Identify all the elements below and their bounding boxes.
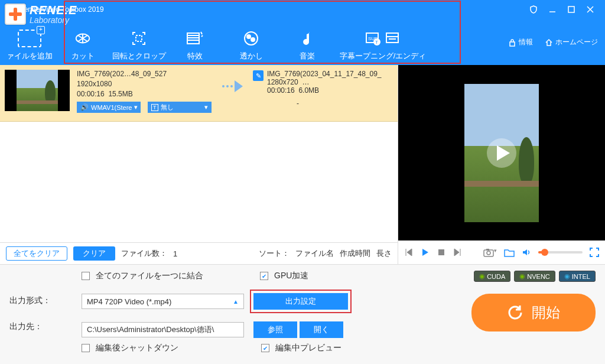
shield-icon[interactable]: [529, 5, 538, 14]
homepage-link[interactable]: ホームページ: [545, 37, 598, 47]
titlebar: Renee Video Toolbox 2019: [0, 0, 605, 19]
merge-label: 全てのファイルを一つに結合: [96, 271, 203, 281]
audio-selector[interactable]: 🔊WMAV1(Stere▾: [77, 102, 141, 113]
prev-button[interactable]: [404, 248, 414, 257]
toolbar: RENE.E Laboratory ァイルを追加 カット 回転とクロップ 特效: [0, 19, 605, 65]
maximize-icon[interactable]: [567, 5, 575, 14]
source-duration: 00:00:16: [77, 90, 105, 98]
next-button[interactable]: [453, 248, 462, 257]
tool-cut[interactable]: カット: [59, 30, 106, 61]
file-list: IMG_7769(202…48_09_527 1920x1080 00:00:1…: [0, 65, 398, 242]
output-format-select[interactable]: MP4 720P Video (*.mp4): [82, 294, 244, 309]
dest-duration: 00:00:16: [267, 86, 295, 95]
fullscreen-button[interactable]: [590, 248, 599, 257]
gpu-label: GPU加速: [274, 271, 308, 281]
minimize-icon[interactable]: [548, 5, 557, 14]
preview-pane: [398, 65, 605, 240]
preview-controls: ▾: [398, 240, 605, 264]
info-link[interactable]: 情報: [508, 37, 533, 47]
svg-point-18: [487, 251, 490, 255]
svg-point-7: [251, 38, 255, 41]
svg-rect-12: [386, 33, 398, 43]
preview-edit-label: 編集中プレビュー: [275, 343, 341, 353]
output-format-label: 出力形式：: [9, 295, 69, 306]
sort-filename[interactable]: ファイル名: [295, 248, 334, 259]
arrow-icon: [212, 70, 253, 92]
stop-button[interactable]: [437, 248, 445, 256]
file-count-value: 1: [173, 249, 177, 258]
subtitle-selector[interactable]: T無し▾: [148, 102, 212, 113]
volume-slider[interactable]: [538, 251, 583, 254]
source-thumbnail: [5, 70, 70, 111]
sort-created[interactable]: 作成時間: [340, 248, 370, 259]
svg-rect-15: [510, 42, 515, 46]
svg-rect-19: [486, 249, 489, 251]
output-dest-field[interactable]: C:\Users\Administrator\Desktop\德语\: [82, 322, 244, 337]
start-button[interactable]: 開始: [471, 294, 596, 332]
source-filename: IMG_7769(202…48_09_527: [77, 70, 212, 78]
add-file-button[interactable]: ァイルを追加: [0, 19, 59, 65]
dest-filename: IMG_7769(2023_04_11_17_48_09_: [267, 70, 382, 78]
sort-label: ソート：: [259, 249, 290, 258]
open-button[interactable]: 開く: [300, 321, 343, 338]
rotate-crop-icon: [130, 30, 148, 47]
folder-button[interactable]: [504, 248, 515, 257]
file-row[interactable]: IMG_7769(202…48_09_527 1920x1080 00:00:1…: [0, 65, 398, 122]
tool-subtitle[interactable]: SUBT 字幕ープニング/エンディ: [331, 30, 435, 61]
svg-rect-1: [568, 6, 574, 12]
shutdown-checkbox[interactable]: [82, 344, 90, 352]
source-resolution: 1920x1080: [77, 80, 212, 88]
home-icon: [545, 38, 553, 47]
output-dest-label: 出力先：: [9, 321, 69, 332]
play-overlay-button[interactable]: [487, 138, 516, 168]
sort-duration[interactable]: 長さ: [376, 248, 392, 259]
highlight-outset: 出力設定: [250, 290, 352, 313]
svg-text:T: T: [375, 40, 378, 45]
merge-checkbox[interactable]: [82, 272, 90, 280]
svg-rect-16: [438, 249, 444, 255]
clear-all-button[interactable]: 全てをクリア: [6, 246, 67, 261]
dest-resolution: 1280x720: [267, 78, 298, 86]
dest-size: 6.0MB: [298, 86, 319, 95]
music-icon: [298, 30, 316, 47]
watermark-icon: [242, 30, 260, 47]
clear-button[interactable]: クリア: [73, 246, 115, 261]
tool-rotate-crop[interactable]: 回転とクロップ: [106, 30, 171, 61]
lock-icon: [508, 38, 516, 47]
app-logo: RENE.E Laboratory: [5, 4, 77, 25]
svg-point-6: [247, 35, 251, 38]
tool-watermark[interactable]: 透かし: [219, 30, 284, 61]
play-button[interactable]: [421, 248, 430, 257]
preview-edit-checkbox[interactable]: ✔: [261, 344, 269, 352]
source-size: 15.5MB: [108, 90, 132, 98]
volume-icon[interactable]: [522, 248, 531, 257]
snapshot-button[interactable]: ▾: [483, 248, 497, 257]
shutdown-label: 編集後シャットダウン: [96, 343, 178, 353]
browse-button[interactable]: 参照: [253, 321, 297, 338]
svg-rect-3: [136, 35, 142, 41]
hw-badges: ◉CUDA ◉NVENC ◉INTEL: [474, 271, 596, 282]
refresh-icon: [507, 304, 523, 321]
tool-music[interactable]: 音楽: [284, 30, 331, 61]
cut-icon: [74, 30, 92, 47]
close-icon[interactable]: [586, 5, 594, 14]
subtitle-icon: SUBT: [365, 30, 401, 47]
file-count-label: ファイル数：: [121, 248, 167, 259]
dest-dash: -: [267, 99, 382, 108]
gpu-checkbox[interactable]: ✔: [260, 272, 268, 280]
output-settings-button[interactable]: 出力設定: [253, 293, 348, 310]
add-file-label: ァイルを追加: [6, 51, 53, 61]
tool-effect[interactable]: 特效: [171, 30, 219, 61]
add-file-icon: [18, 30, 41, 47]
effect-icon: [186, 30, 204, 47]
edit-badge-icon: ✎: [253, 70, 264, 81]
